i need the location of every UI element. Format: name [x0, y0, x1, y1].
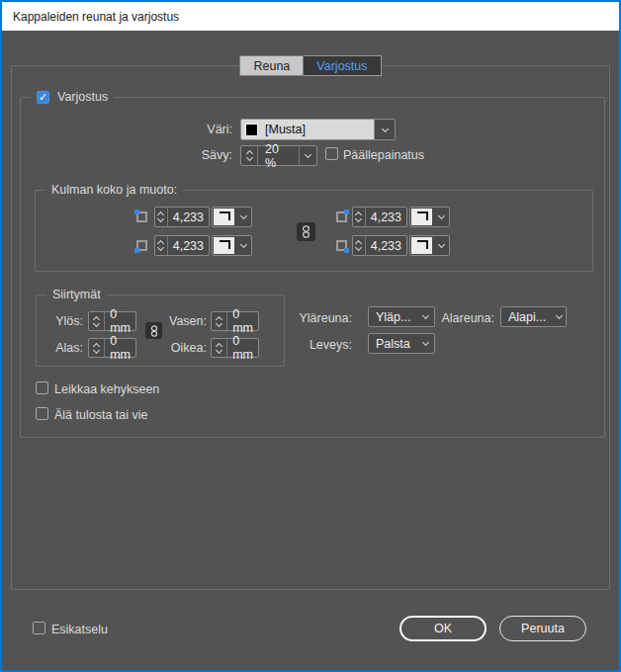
corner-link-button[interactable]	[297, 222, 315, 241]
offset-bottom-spinner[interactable]: 0 mm	[88, 338, 136, 358]
corner-bottom-left-value[interactable]: 4,233	[168, 236, 209, 255]
chevron-down-icon	[438, 241, 445, 248]
corner-group-label: Kulman koko ja muoto:	[45, 183, 183, 198]
spin-buttons[interactable]	[353, 236, 366, 255]
color-dropdown-arrow[interactable]	[374, 120, 395, 139]
shading-group: ✓ Varjostus Väri: [Musta] Sävy: 20 %	[20, 97, 605, 438]
corner-top-left-shape-dropdown[interactable]	[212, 207, 252, 227]
offset-bottom-value[interactable]: 0 mm	[105, 339, 135, 357]
chevron-down-icon	[216, 319, 222, 326]
offset-top-value[interactable]: 0 mm	[105, 312, 135, 330]
spin-buttons[interactable]	[353, 208, 366, 226]
corner-shape-icon	[214, 237, 234, 254]
offset-right-spinner[interactable]: 0 mm	[211, 338, 259, 358]
dropdown-arrow[interactable]	[553, 307, 566, 326]
top-edge-dropdown[interactable]: Yläp...	[368, 306, 435, 327]
chevron-down-icon	[157, 244, 164, 251]
dropdown-arrow[interactable]	[433, 236, 449, 255]
top-edge-label: Yläreuna:	[293, 311, 352, 326]
spin-buttons[interactable]	[155, 236, 168, 255]
corner-top-right-value[interactable]: 4,233	[366, 208, 406, 226]
chevron-down-icon	[422, 312, 429, 319]
black-swatch-icon	[245, 124, 258, 136]
color-label: Väri:	[151, 123, 232, 137]
corner-top-right-icon	[336, 211, 347, 222]
tab-reuna[interactable]: Reuna	[239, 55, 304, 76]
corner-bottom-right-spinner[interactable]: 4,233	[352, 235, 407, 256]
spin-buttons[interactable]	[212, 339, 227, 357]
offsets-group-label: Siirtymät	[46, 288, 107, 302]
tab-varjostus[interactable]: Varjostus	[304, 55, 381, 76]
width-value: Palsta	[369, 334, 417, 353]
corner-bottom-left-spinner[interactable]: 4,233	[154, 235, 210, 256]
do-not-print-label: Älä tulosta tai vie	[54, 408, 148, 423]
corner-bottom-left-icon	[136, 240, 147, 251]
corner-shape-icon	[411, 209, 432, 225]
chevron-down-icon	[305, 151, 311, 158]
width-label: Leveys:	[293, 338, 352, 353]
tab-bar: Reuna Varjostus	[2, 55, 619, 76]
corner-dot-icon	[344, 248, 349, 253]
spin-buttons[interactable]	[212, 312, 227, 330]
color-dropdown-field: [Musta]	[241, 120, 374, 139]
chevron-down-icon	[93, 346, 100, 353]
dropdown-arrow[interactable]	[417, 334, 434, 353]
dropdown-arrow[interactable]	[417, 307, 434, 326]
dropdown-arrow[interactable]	[235, 236, 251, 255]
chevron-down-icon	[355, 215, 362, 222]
corner-dot-icon	[134, 248, 139, 253]
color-dropdown[interactable]: [Musta]	[240, 119, 396, 140]
cancel-button[interactable]: Peruuta	[499, 616, 586, 641]
corner-top-right-spinner[interactable]: 4,233	[352, 207, 407, 227]
spin-buttons[interactable]	[155, 208, 168, 226]
overprint-checkbox[interactable]	[325, 147, 338, 160]
window-title: Kappaleiden reunat ja varjostus	[13, 10, 179, 24]
shading-group-legend: ✓ Varjostus	[31, 90, 114, 105]
tint-label: Sävy:	[151, 148, 232, 163]
shading-enable-checkbox[interactable]: ✓	[37, 91, 49, 104]
overprint-label: Päällepainatus	[343, 148, 424, 163]
tint-spinner[interactable]: 20 %	[240, 145, 317, 166]
offset-right-label: Oikea:	[150, 341, 207, 356]
corner-top-left-value[interactable]: 4,233	[168, 208, 209, 226]
ok-button[interactable]: OK	[399, 616, 487, 641]
offset-bottom-label: Alas:	[43, 341, 83, 356]
dropdown-arrow[interactable]	[235, 208, 251, 226]
preview-checkbox[interactable]	[33, 622, 45, 634]
tint-spin-buttons[interactable]	[241, 146, 258, 165]
offset-top-spinner[interactable]: 0 mm	[88, 311, 136, 331]
offset-left-spinner[interactable]: 0 mm	[211, 311, 259, 331]
corner-bottom-right-icon	[336, 240, 347, 251]
tint-value[interactable]: 20 %	[258, 146, 299, 165]
corner-bottom-right-shape-dropdown[interactable]	[409, 235, 450, 256]
corner-top-left-spinner[interactable]: 4,233	[154, 207, 210, 227]
titlebar[interactable]: Kappaleiden reunat ja varjostus	[2, 2, 619, 31]
dialog-window: Kappaleiden reunat ja varjostus Reuna Va…	[0, 0, 621, 672]
bottom-edge-dropdown[interactable]: Alapi...	[500, 306, 567, 327]
chevron-down-icon	[556, 312, 563, 319]
width-dropdown[interactable]: Palsta	[368, 333, 435, 354]
preview-label: Esikatselu	[51, 623, 108, 637]
clip-to-frame-checkbox[interactable]	[36, 381, 48, 394]
spin-buttons[interactable]	[89, 312, 105, 330]
offset-right-value[interactable]: 0 mm	[227, 339, 258, 357]
dropdown-arrow[interactable]	[433, 208, 449, 226]
corner-top-right-shape-dropdown[interactable]	[409, 207, 450, 227]
spin-buttons[interactable]	[89, 339, 105, 357]
bottom-edge-value: Alapi...	[501, 307, 553, 326]
corner-group: Kulman koko ja muoto: 4,233	[35, 190, 593, 272]
color-dropdown-value: [Musta]	[265, 123, 306, 136]
do-not-print-checkbox[interactable]	[36, 407, 48, 420]
chevron-down-icon	[355, 244, 362, 251]
offset-left-value[interactable]: 0 mm	[227, 312, 258, 330]
offset-left-label: Vasen:	[150, 314, 207, 329]
tint-dropdown-arrow[interactable]	[299, 146, 316, 165]
chevron-down-icon	[216, 346, 222, 353]
corner-bottom-right-value[interactable]: 4,233	[366, 236, 406, 255]
chevron-down-icon	[245, 154, 252, 161]
bottom-edge-label: Alareuna:	[438, 311, 494, 326]
corner-bottom-left-shape-dropdown[interactable]	[212, 235, 252, 256]
chevron-down-icon	[157, 215, 164, 222]
chevron-down-icon	[422, 339, 429, 346]
top-edge-value: Yläp...	[369, 307, 417, 326]
